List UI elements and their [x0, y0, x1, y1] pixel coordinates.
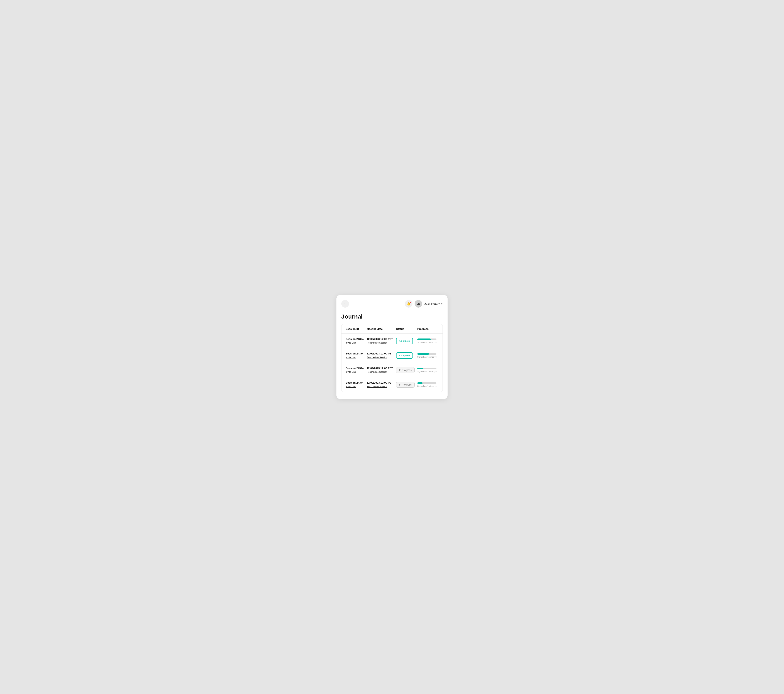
status-cell: In Progress [396, 382, 417, 388]
col-meeting-date: Meeting date [367, 327, 396, 331]
notification-button[interactable]: 🔔 [405, 300, 412, 308]
session-id: Session 24374 [346, 337, 367, 340]
progress-bar-background [417, 382, 436, 384]
table-row: Session 24374 Invite Link 12/02/2023 12:… [341, 363, 443, 377]
reschedule-session-link[interactable]: Reschedule Session [367, 342, 387, 344]
session-id-cell: Session 24374 Invite Link [346, 367, 367, 373]
session-id-cell: Session 24374 Invite Link [346, 352, 367, 359]
col-session-id: Session ID [346, 327, 367, 331]
meeting-date: 12/02/2023 12:00 PST [367, 367, 396, 370]
status-cell: Complete [396, 338, 417, 344]
progress-label: Signer hasn't joined yet [417, 356, 438, 358]
journal-table: Session ID Meeting date Status Progress … [341, 324, 443, 392]
meeting-date-cell: 12/02/2023 12:00 PST Reschedule Session [367, 381, 396, 388]
reschedule-session-link[interactable]: Reschedule Session [367, 385, 387, 388]
progress-bar-fill [417, 368, 423, 369]
back-arrow-icon: ← [344, 302, 347, 306]
user-name: Jack Notary [424, 302, 440, 306]
header-right: 🔔 JN Jack Notary ∨ [405, 300, 443, 308]
col-status: Status [396, 327, 417, 331]
progress-bar-fill [417, 353, 429, 355]
session-id-cell: Session 24374 Invite Link [346, 381, 367, 388]
session-id-cell: Session 24374 Invite Link [346, 337, 367, 344]
page-title: Journal [341, 313, 443, 320]
back-button[interactable]: ← [341, 300, 349, 308]
session-id: Session 24374 [346, 367, 367, 370]
invite-link[interactable]: Invite Link [346, 385, 356, 388]
meeting-date-cell: 12/02/2023 12:00 PST Reschedule Session [367, 352, 396, 359]
progress-bar-background [417, 339, 436, 340]
avatar: JN [415, 300, 422, 308]
invite-link[interactable]: Invite Link [346, 342, 356, 344]
meeting-date: 12/02/2023 12:00 PST [367, 337, 396, 340]
progress-label: Signer hasn't joined yet [417, 341, 438, 343]
table-row: Session 24374 Invite Link 12/02/2023 12:… [341, 377, 443, 392]
status-badge[interactable]: In Progress [396, 367, 415, 373]
table-row: Session 24374 Invite Link 12/02/2023 12:… [341, 334, 443, 348]
col-progress: Progress [417, 327, 438, 331]
status-badge[interactable]: In Progress [396, 382, 415, 388]
progress-bar-background [417, 368, 436, 369]
invite-link[interactable]: Invite Link [346, 356, 356, 359]
reschedule-session-link[interactable]: Reschedule Session [367, 356, 387, 359]
table-body: Session 24374 Invite Link 12/02/2023 12:… [341, 334, 443, 392]
reschedule-session-link[interactable]: Reschedule Session [367, 371, 387, 373]
session-id: Session 24374 [346, 381, 367, 384]
status-cell: In Progress [396, 367, 417, 373]
table-header: Session ID Meeting date Status Progress [341, 324, 443, 334]
progress-cell: Signer hasn't joined yet [417, 353, 438, 358]
progress-bar-background [417, 353, 436, 355]
table-row: Session 24374 Invite Link 12/02/2023 12:… [341, 348, 443, 363]
progress-label: Signer hasn't joined yet [417, 370, 438, 373]
meeting-date: 12/02/2023 12:00 PST [367, 381, 396, 384]
session-id: Session 24374 [346, 352, 367, 355]
user-info[interactable]: Jack Notary ∨ [424, 302, 443, 306]
status-badge[interactable]: Complete [396, 338, 413, 344]
app-container: ← 🔔 JN Jack Notary ∨ Journal Session ID … [336, 295, 448, 399]
progress-bar-fill [417, 339, 431, 340]
progress-cell: Signer hasn't joined yet [417, 382, 438, 387]
chevron-down-icon: ∨ [441, 303, 443, 305]
notification-dot [409, 301, 411, 303]
progress-bar-fill [417, 382, 423, 384]
status-cell: Complete [396, 352, 417, 359]
progress-cell: Signer hasn't joined yet [417, 368, 438, 373]
progress-label: Signer hasn't joined yet [417, 385, 438, 387]
progress-cell: Signer hasn't joined yet [417, 339, 438, 343]
header: ← 🔔 JN Jack Notary ∨ [341, 300, 443, 308]
invite-link[interactable]: Invite Link [346, 371, 356, 373]
meeting-date: 12/02/2023 12:00 PST [367, 352, 396, 355]
status-badge[interactable]: Complete [396, 352, 413, 359]
meeting-date-cell: 12/02/2023 12:00 PST Reschedule Session [367, 337, 396, 344]
meeting-date-cell: 12/02/2023 12:00 PST Reschedule Session [367, 367, 396, 373]
